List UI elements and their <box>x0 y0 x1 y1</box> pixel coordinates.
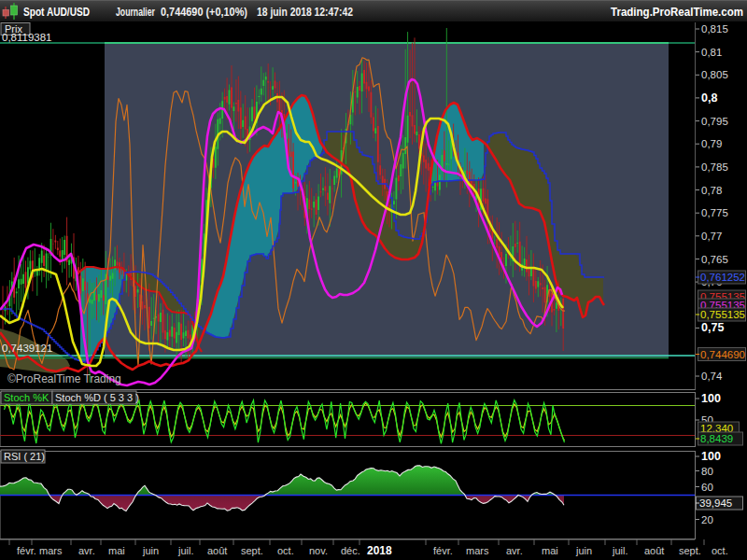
svg-text:©ProRealTime Trading: ©ProRealTime Trading <box>7 372 121 385</box>
svg-text:0,7439121: 0,7439121 <box>2 343 52 354</box>
svg-text:avr.: avr. <box>506 545 523 556</box>
svg-text:0,775: 0,775 <box>701 207 728 218</box>
svg-text:août: août <box>207 545 227 556</box>
svg-text:100: 100 <box>701 392 721 405</box>
svg-text:0,744690 (+0,10%): 0,744690 (+0,10%) <box>161 6 247 19</box>
svg-text:0,78: 0,78 <box>701 185 722 196</box>
svg-text:0,795: 0,795 <box>701 116 728 127</box>
svg-text:déc.: déc. <box>341 545 360 556</box>
svg-text:mai: mai <box>108 545 125 556</box>
svg-text:févr.: févr. <box>17 545 36 556</box>
svg-text:0,755135: 0,755135 <box>700 309 745 320</box>
svg-text:nov.: nov. <box>309 545 328 556</box>
svg-text:18 juin 2018 12:47:42: 18 juin 2018 12:47:42 <box>257 6 353 19</box>
svg-text:8,8439: 8,8439 <box>700 433 733 444</box>
svg-text:Journalier: Journalier <box>116 6 155 19</box>
svg-text:60: 60 <box>701 482 713 493</box>
svg-text:0,744690: 0,744690 <box>700 349 745 360</box>
svg-text:Stoch %D ( 5 3 3 ): Stoch %D ( 5 3 3 ) <box>55 392 139 403</box>
svg-text:mars: mars <box>466 545 489 556</box>
svg-text:juil.: juil. <box>612 545 628 556</box>
svg-text:févr.: févr. <box>433 545 453 556</box>
svg-text:avr.: avr. <box>78 545 95 556</box>
svg-text:0,74: 0,74 <box>701 371 723 382</box>
svg-text:20: 20 <box>701 514 713 525</box>
svg-text:mai: mai <box>542 545 558 556</box>
svg-text:0,805: 0,805 <box>701 69 728 80</box>
svg-text:RSI ( 21): RSI ( 21) <box>4 451 45 462</box>
svg-text:0,815: 0,815 <box>701 23 728 35</box>
svg-text:0,765: 0,765 <box>701 254 728 265</box>
svg-text:80: 80 <box>701 466 713 477</box>
svg-text:Spot AUD/USD: Spot AUD/USD <box>23 6 90 19</box>
svg-text:sept.: sept. <box>241 545 263 556</box>
svg-text:0,8119381: 0,8119381 <box>2 32 52 43</box>
svg-text:sept.: sept. <box>679 545 701 556</box>
svg-text:juin: juin <box>142 545 159 556</box>
svg-text:39,945: 39,945 <box>699 497 732 509</box>
svg-text:2018: 2018 <box>367 544 392 557</box>
svg-text:0,81: 0,81 <box>701 47 722 58</box>
svg-text:0,8: 0,8 <box>701 91 717 105</box>
svg-text:août: août <box>644 545 664 556</box>
svg-text:0,77: 0,77 <box>701 231 722 242</box>
svg-text:Trading.ProRealTime.com: Trading.ProRealTime.com <box>611 5 743 19</box>
svg-text:mars: mars <box>39 545 63 556</box>
svg-text:0,79: 0,79 <box>701 138 722 149</box>
svg-text:oct.: oct. <box>277 545 294 556</box>
svg-text:oct.: oct. <box>712 545 728 556</box>
svg-text:100: 100 <box>701 450 721 463</box>
svg-text:0,75: 0,75 <box>701 321 724 334</box>
svg-text:juil.: juil. <box>177 545 194 556</box>
svg-text:Stoch %K: Stoch %K <box>4 392 49 403</box>
svg-text:0,761252: 0,761252 <box>700 272 745 283</box>
svg-text:0,785: 0,785 <box>701 161 728 173</box>
svg-text:juin: juin <box>575 545 592 556</box>
